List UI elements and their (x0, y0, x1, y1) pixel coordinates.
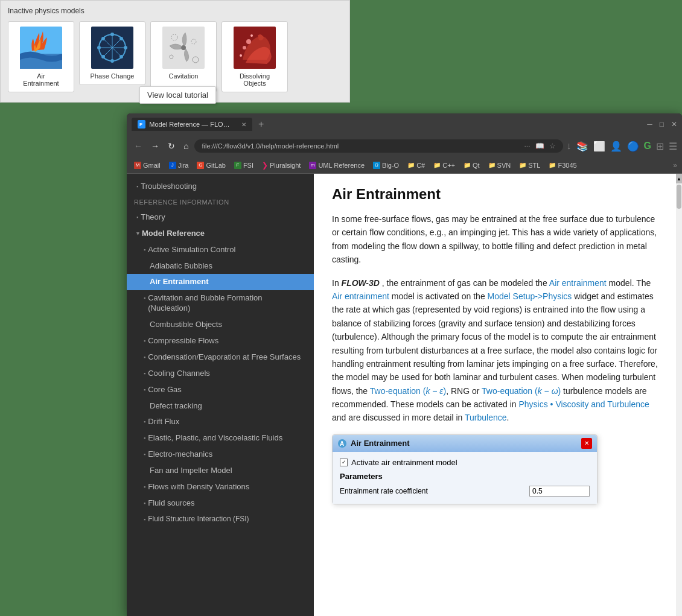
bookmark-pluralsight[interactable]: ❯ Pluralsight (260, 160, 303, 171)
bookmark-uml[interactable]: m UML Reference (307, 160, 367, 170)
uml-favicon: m (309, 162, 316, 169)
svg-point-17 (181, 45, 186, 50)
bookmark-icon[interactable]: ☆ (549, 142, 556, 150)
zoom-icon[interactable]: 🔵 (627, 141, 639, 152)
tab-close-button[interactable]: ✕ (241, 121, 246, 128)
link-turbulence[interactable]: Turbulence (465, 413, 507, 422)
link-air-entrainment-1[interactable]: Air entrainment (549, 278, 607, 288)
extensions-icon[interactable]: ⊞ (656, 141, 664, 152)
reader-mode-icon[interactable]: 📖 (535, 142, 544, 150)
svg-point-24 (243, 46, 246, 49)
fsi-favicon: F (234, 162, 241, 169)
close-button[interactable]: ✕ (671, 120, 677, 129)
expand-icon-active-sim: ▪ (144, 247, 145, 254)
forward-button[interactable]: → (148, 140, 162, 152)
sidebar-item-air-entrainment[interactable]: Air Entrainment (127, 274, 314, 290)
sidebar-item-defect-tracking[interactable]: Defect tracking (127, 398, 314, 414)
physics-card-cavitation[interactable]: Cavitation (150, 21, 217, 92)
sidebar-item-cavitation-bubble[interactable]: ▪ Cavitation and Bubble Formation (Nucle… (127, 290, 314, 317)
scroll-up-button[interactable]: ▲ (676, 174, 682, 183)
svg-text:A: A (340, 440, 344, 447)
physics-cards: Air Entrainment (5, 21, 345, 97)
bookmark-bigo[interactable]: Ω Big-O (371, 160, 401, 170)
back-button[interactable]: ← (132, 140, 145, 152)
address-url: file:///C:/flow3d/v1.0/help/model-refere… (202, 142, 520, 150)
jira-favicon: J (169, 162, 176, 169)
bookmark-csharp[interactable]: 📁 C# (405, 160, 427, 170)
dialog-params-label: Parameters (340, 472, 590, 481)
bookmark-stl[interactable]: 📁 STL (517, 160, 543, 170)
bookmark-svn[interactable]: 📁 SVN (486, 160, 514, 170)
physics-card-dissolving-objects[interactable]: Dissolving Objects (221, 21, 288, 92)
bigo-favicon: Ω (373, 162, 380, 169)
sidebar-item-drift-flux[interactable]: ▪ Drift Flux (127, 414, 314, 430)
sidebar-item-core-gas[interactable]: ▪ Core Gas (127, 382, 314, 398)
menu-icon[interactable]: ☰ (669, 141, 677, 152)
top-panel: Inactive physics models Air Entrainment (0, 0, 350, 103)
minimize-button[interactable]: ─ (647, 120, 652, 129)
activate-checkbox[interactable]: ✓ (340, 459, 348, 466)
physics-card-phase-change[interactable]: Phase Change (79, 21, 145, 85)
bookmark-qt[interactable]: 📁 Qt (461, 160, 482, 170)
browser-tab[interactable]: F Model Reference — FLOW-3D ✕ (132, 118, 252, 131)
sidebar-item-compressible-flows[interactable]: ▪ Compressible Flows (127, 333, 314, 349)
dialog-title: A Air Entrainment (337, 439, 410, 448)
link-air-entrainment-2[interactable]: Air entrainment (332, 291, 389, 301)
browser-navbar: ← → ↻ ⌂ file:///C:/flow3d/v1.0/help/mode… (127, 135, 682, 157)
dots-icon[interactable]: ··· (524, 142, 531, 150)
sidebar-item-flows-density[interactable]: ▪ Flows with Density Variations (127, 479, 314, 495)
download-icon[interactable]: ↓ (567, 141, 572, 151)
sidebar-item-electromechanics[interactable]: ▪ Electro-mechanics (127, 446, 314, 463)
bookmark-fsi[interactable]: F FSI (232, 160, 256, 170)
expand-icon-fluid-sources: ▪ (144, 500, 145, 507)
sidebar-item-fan-impeller[interactable]: Fan and Impeller Model (127, 463, 314, 479)
bookmark-gitlab[interactable]: G GitLab (194, 160, 228, 170)
browser-window: F Model Reference — FLOW-3D ✕ + ─ □ ✕ ← … (127, 113, 682, 616)
sidebar-item-theory[interactable]: ▪ Theory (127, 209, 314, 226)
home-button[interactable]: ⌂ (181, 140, 191, 152)
bookmark-gmail[interactable]: M Gmail (132, 160, 163, 170)
link-two-equation-ke[interactable]: Two-equation (k − ε) (370, 386, 446, 396)
sidebar-item-combustible-objects[interactable]: Combustible Objects (127, 317, 314, 333)
link-physics-viscosity[interactable]: Physics • Viscosity and Turbulence (518, 399, 649, 409)
entrainment-rate-input[interactable] (529, 486, 590, 497)
profile-icon[interactable]: 👤 (610, 141, 622, 152)
sidebar-item-elastic-plastic[interactable]: ▪ Elastic, Plastic, and Viscoelastic Flu… (127, 430, 314, 446)
sidebar-item-adiabatic-bubbles[interactable]: Adiabatic Bubbles (127, 258, 314, 275)
cavitation-label: Cavitation (169, 72, 199, 80)
bookmark-f3045[interactable]: 📁 F3045 (546, 160, 579, 170)
g-icon[interactable]: G (644, 141, 651, 151)
cavitation-icon (162, 27, 205, 69)
content-scrollbar[interactable]: ▲ (676, 174, 682, 616)
sidebar-item-fluid-sources[interactable]: ▪ Fluid sources (127, 495, 314, 512)
library-icon[interactable]: 📚 (576, 141, 588, 152)
address-bar[interactable]: file:///C:/flow3d/v1.0/help/model-refere… (194, 139, 562, 153)
sidebar-item-model-reference[interactable]: ▾ Model Reference (127, 226, 314, 242)
sidebar-item-active-sim-control[interactable]: ▪ Active Simulation Control (127, 242, 314, 258)
link-model-setup-physics[interactable]: Model Setup->Physics (488, 291, 572, 301)
bookmark-jira[interactable]: J Jira (167, 160, 191, 170)
bookmarks-more-button[interactable]: » (673, 161, 677, 170)
svg-text:F: F (139, 122, 142, 127)
new-tab-button[interactable]: + (255, 118, 267, 131)
sidebar-item-fluid-structure[interactable]: ▪ Fluid Structure Interaction (FSI) (127, 512, 314, 527)
maximize-button[interactable]: □ (660, 120, 664, 129)
address-icons: ··· 📖 ☆ (524, 142, 556, 150)
tab-title: Model Reference — FLOW-3D (149, 121, 235, 128)
browser-titlebar: F Model Reference — FLOW-3D ✕ + ─ □ ✕ (127, 113, 682, 135)
tablet-icon[interactable]: ⬜ (593, 141, 605, 152)
physics-card-air-entrainment[interactable]: Air Entrainment (8, 21, 74, 92)
bookmark-cpp[interactable]: 📁 C++ (431, 160, 457, 170)
sidebar-item-troubleshooting[interactable]: ▪ Troubleshooting (127, 179, 314, 195)
tooltip-view-local-tutorial: View local tutorial (139, 86, 216, 104)
scroll-thumb[interactable] (677, 185, 681, 209)
refresh-button[interactable]: ↻ (165, 140, 177, 152)
link-two-equation-komega[interactable]: Two-equation (k − ω) (482, 386, 561, 396)
air-entrainment-dialog-screenshot: A Air Entrainment ✕ ✓ Activate air entra… (332, 434, 598, 504)
dialog-close-button[interactable]: ✕ (581, 438, 592, 449)
sidebar-item-condensation-evap[interactable]: ▪ Condensation/Evaporation at Free Surfa… (127, 349, 314, 366)
sidebar-item-cooling-channels[interactable]: ▪ Cooling Channels (127, 366, 314, 382)
tab-favicon: F (138, 120, 145, 129)
expand-icon-cooling: ▪ (144, 370, 145, 378)
sidebar-section-reference-info: REFERENCE INFORMATION (127, 195, 314, 209)
